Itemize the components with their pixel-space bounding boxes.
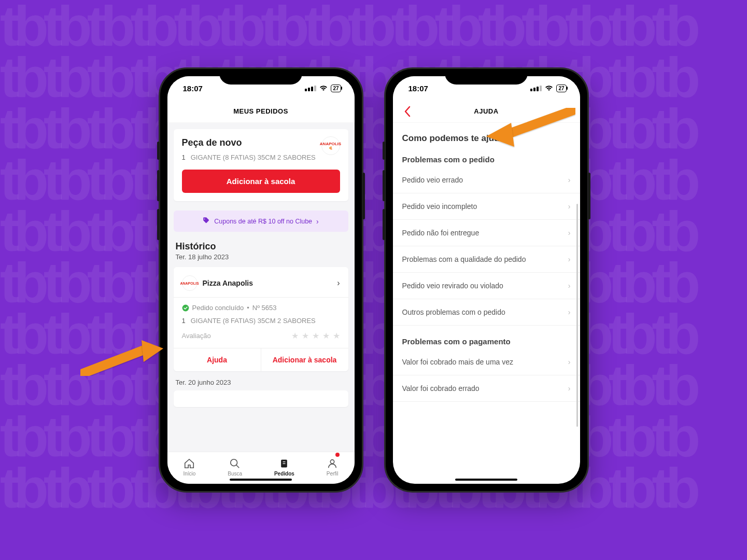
history-date-1: Ter. 18 julho 2023 <box>176 253 346 261</box>
search-icon <box>229 458 241 469</box>
order-item-qty: 1 <box>182 317 186 325</box>
status-time: 18:07 <box>408 84 428 93</box>
problems-payment-list: Valor foi cobrado mais de uma vez› Valor… <box>393 349 580 402</box>
tag-icon <box>203 217 210 226</box>
promo-banner[interactable]: Cupons de até R$ 10 off no Clube › <box>174 211 348 232</box>
problems-payment-heading: Problemas com o pagamento <box>402 337 571 346</box>
signal-icon <box>305 86 316 91</box>
receipt-icon <box>278 458 290 469</box>
order-item-name: GIGANTE (8 FATIAS) 35CM 2 SABORES <box>191 317 316 325</box>
tab-profile[interactable]: Perfil <box>327 458 339 477</box>
scroll-indicator <box>576 204 578 427</box>
help-item-quality[interactable]: Problemas com a qualidade do pedido› <box>393 246 580 273</box>
help-item-charged-wrong[interactable]: Valor foi cobrado errado› <box>393 375 580 402</box>
order-history-card: ANAPOLIS Pizza Anapolis › Pedido concluí… <box>174 267 348 371</box>
page-title: MEUS PEDIDOS <box>233 107 288 115</box>
help-heading: Como podemos te ajudar? <box>402 133 571 144</box>
signal-icon <box>530 86 542 91</box>
chevron-right-icon: › <box>316 217 319 226</box>
add-to-bag-button[interactable]: Adicionar à sacola <box>182 170 340 193</box>
help-item-other[interactable]: Outros problemas com o pedido› <box>393 299 580 326</box>
reorder-card: Peça de novo ANAPOLIS🍕 1 GIGANTE (8 FATI… <box>174 129 348 201</box>
problems-order-heading: Problemas com o pedido <box>402 155 571 164</box>
home-indicator[interactable] <box>455 479 517 481</box>
history-title: Histórico <box>176 241 346 252</box>
status-bar: 18:07 27 <box>167 76 355 100</box>
profile-icon <box>327 458 338 469</box>
chevron-right-icon: › <box>568 282 571 290</box>
svg-point-6 <box>330 459 334 463</box>
restaurant-logo: ANAPOLIS🍕 <box>321 136 340 155</box>
help-item-not-delivered[interactable]: Pedido não foi entregue› <box>393 220 580 246</box>
home-indicator[interactable] <box>230 479 292 481</box>
help-item-wrong[interactable]: Pedido veio errado› <box>393 167 580 193</box>
status-time: 18:07 <box>183 84 203 93</box>
rating-label: Avaliação <box>182 332 211 340</box>
phone-right: 18:07 27 AJUDA Como podemos te ajudar? P… <box>384 67 589 493</box>
restaurant-name: Pizza Anapolis <box>203 279 332 287</box>
problems-order-list: Pedido veio errado› Pedido veio incomple… <box>393 167 580 326</box>
battery-icon: 27 <box>556 85 566 92</box>
wifi-icon <box>319 84 328 93</box>
wifi-icon <box>545 84 553 93</box>
chevron-right-icon: › <box>568 229 571 237</box>
restaurant-logo-small: ANAPOLIS <box>182 275 198 291</box>
star-icon[interactable]: ★ <box>333 331 340 341</box>
notification-dot-icon <box>335 453 340 457</box>
star-icon[interactable]: ★ <box>291 331 299 341</box>
battery-icon: 27 <box>331 85 341 92</box>
chevron-right-icon: › <box>568 384 571 393</box>
order-status: Pedido concluído <box>192 304 244 312</box>
page-title: AJUDA <box>474 107 498 115</box>
check-circle-icon <box>182 304 189 312</box>
order-header[interactable]: ANAPOLIS Pizza Anapolis › <box>182 275 340 291</box>
order-history-card-partial <box>174 390 348 407</box>
rating-stars[interactable]: ★ ★ ★ ★ ★ <box>291 331 340 341</box>
status-bar: 18:07 27 <box>393 76 580 100</box>
reorder-item: GIGANTE (8 FATIAS) 35CM 2 SABORES <box>191 153 316 161</box>
chevron-right-icon: › <box>568 202 571 211</box>
chevron-right-icon: › <box>568 358 571 366</box>
chevron-right-icon: › <box>337 278 340 288</box>
chevron-right-icon: › <box>568 255 571 263</box>
home-icon <box>184 458 195 469</box>
history-date-2: Ter. 20 junho 2023 <box>176 379 346 386</box>
help-item-charged-twice[interactable]: Valor foi cobrado mais de uma vez› <box>393 349 580 375</box>
tab-search[interactable]: Busca <box>228 458 242 477</box>
tab-orders[interactable]: Pedidos <box>274 458 294 477</box>
help-button[interactable]: Ajuda <box>174 348 261 371</box>
phone-left: 18:07 27 MEUS PEDIDOS Peça de novo ANAPO… <box>159 67 363 493</box>
star-icon[interactable]: ★ <box>312 331 319 341</box>
star-icon[interactable]: ★ <box>322 331 330 341</box>
svg-line-2 <box>236 465 239 468</box>
promo-text: Cupons de até R$ 10 off no Clube <box>214 218 312 225</box>
order-number: Nº 5653 <box>252 304 277 312</box>
tab-home[interactable]: Início <box>183 458 195 477</box>
nav-title-bar: AJUDA <box>393 100 580 123</box>
chevron-right-icon: › <box>568 308 571 316</box>
svg-point-1 <box>231 459 237 466</box>
reorder-title: Peça de novo <box>182 137 340 148</box>
help-item-incomplete[interactable]: Pedido veio incompleto› <box>393 193 580 220</box>
reorder-button[interactable]: Adicionar à sacola <box>261 348 348 371</box>
star-icon[interactable]: ★ <box>302 331 309 341</box>
back-button[interactable] <box>401 105 414 118</box>
nav-title-bar: MEUS PEDIDOS <box>167 100 355 123</box>
reorder-qty: 1 <box>182 153 186 161</box>
svg-point-0 <box>182 304 189 311</box>
help-item-damaged[interactable]: Pedido veio revirado ou violado› <box>393 273 580 299</box>
chevron-right-icon: › <box>568 176 571 184</box>
